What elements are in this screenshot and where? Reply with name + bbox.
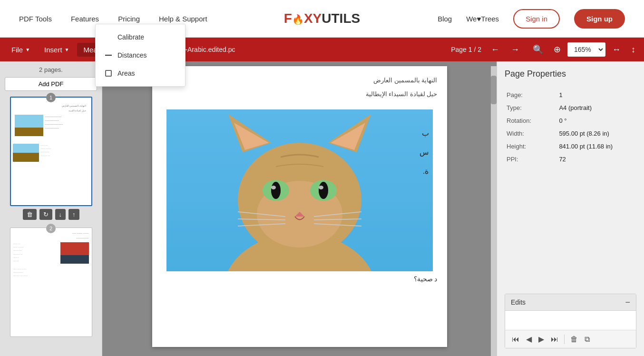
move-down-button[interactable]: ↓ — [55, 209, 66, 220]
prop-value-page: 1 — [557, 89, 636, 101]
edits-header: Edits − — [505, 294, 636, 311]
sign-in-button[interactable]: Sign in — [513, 9, 560, 29]
measure-calibrate-item[interactable]: Calibrate — [96, 28, 185, 46]
page-properties-title: Page Properties — [505, 69, 636, 79]
nav-blog[interactable]: Blog — [438, 15, 452, 23]
insert-dropdown-icon: ▼ — [65, 47, 69, 52]
thumb-2-left-text: ~~~~ ~~~~~~ ~~~~~~~~~~~~~~~~~~~ ~~~~~~ ~… — [13, 242, 57, 266]
svg-point-10 — [319, 182, 328, 199]
prop-value-height: 841.00 pt (11.68 in) — [557, 140, 636, 153]
thumb-1-side-text: ~~~~ ~~~~~~ ~~~~~~~~~~~~~~~~~~~ ~~ — [41, 144, 89, 162]
page-info: Page 1 / 2 — [451, 46, 481, 53]
prop-row-ppi: PPI: 72 — [505, 153, 636, 166]
prop-label-page: Page: — [505, 89, 557, 101]
page-1-badge: 1 — [46, 93, 56, 102]
prop-label-height: Height: — [505, 140, 557, 153]
rotate-page-button[interactable]: ↻ — [39, 209, 52, 220]
fit-width-button[interactable]: ↔ — [608, 43, 624, 57]
edits-collapse-button[interactable]: − — [625, 298, 630, 307]
prop-label-rotation: Rotation: — [505, 114, 557, 127]
svg-point-9 — [271, 182, 281, 199]
file-menu-button[interactable]: File ▼ — [5, 43, 37, 57]
page-1-thumb-actions: 🗑 ↻ ↓ ↑ — [5, 209, 97, 220]
cat-photo-area: ب س ة. — [166, 109, 433, 271]
insert-menu-button[interactable]: Insert ▼ — [38, 43, 76, 57]
prop-label-type: Type: — [505, 101, 557, 114]
document-viewing-area: النهاية بالمسمين العارض حيل لقيادة السيد… — [102, 61, 497, 356]
toolbar-right-controls: 🔍 ⊕ 165% ↔ ↕ — [529, 42, 639, 57]
edits-section: Edits − ⏮ ◀ ▶ ⏭ 🗑 ⧉ — [505, 294, 636, 348]
nav-pricing[interactable]: Pricing — [118, 15, 140, 23]
measure-distances-item[interactable]: Distances — [96, 46, 185, 64]
doc-top-section: النهاية بالمسمين العارض حيل لقيادة السيد… — [152, 66, 447, 109]
prop-row-page: Page: 1 — [505, 89, 636, 101]
search-button[interactable]: 🔍 — [529, 42, 547, 57]
pages-count: 2 pages. — [5, 66, 97, 73]
prop-value-rotation: 0 ° — [557, 114, 636, 127]
nav-help-support[interactable]: Help & Support — [159, 15, 207, 23]
document-page: النهاية بالمسمين العارض حيل لقيادة السيد… — [152, 66, 447, 347]
page-navigation: Page 1 / 2 ← → — [451, 43, 523, 57]
fit-width-icon: ↔ — [612, 45, 621, 54]
nav-links-left: PDF Tools Features Pricing Help & Suppor… — [19, 15, 438, 23]
page-2-badge: 2 — [46, 224, 56, 233]
zoom-in-icon: ⊕ — [554, 45, 561, 54]
prop-row-rotation: Rotation: 0 ° — [505, 114, 636, 127]
svg-point-11 — [271, 186, 276, 189]
edits-delete-button[interactable]: 🗑 — [567, 334, 581, 345]
page-properties-table: Page: 1 Type: A4 (portrait) Rotation: 0 … — [505, 89, 636, 166]
logo[interactable]: F🔥XYUTILS — [284, 11, 360, 26]
page-2-thumb-container: 2 ~~~ ~~~~ ~~~~~~~~~~~~~ ~~~~ ~~~~~~ ~~~… — [5, 227, 97, 337]
edits-toolbar: ⏮ ◀ ▶ ⏭ 🗑 ⧉ — [505, 330, 636, 348]
zoom-select[interactable]: 165% — [567, 42, 605, 57]
thumb-1-text: ‫النهاية بالمسمين العارض‬‫حيل لقيادة الس… — [15, 101, 88, 115]
scrollbar-thumb — [491, 76, 497, 104]
page-prev-button[interactable]: ← — [487, 43, 503, 57]
delete-page-button[interactable]: 🗑 — [23, 209, 37, 220]
prop-value-width: 595.00 pt (8.26 in) — [557, 127, 636, 140]
areas-icon — [104, 69, 113, 78]
doc-scroll-container[interactable]: النهاية بالمسمين العارض حيل لقيادة السيد… — [102, 66, 497, 356]
cat-illustration — [181, 109, 419, 271]
pages-sidebar: 2 pages. Add PDF 1 ‫النهاية بالمسمين الع… — [0, 61, 102, 356]
page-1-thumbnail[interactable]: ‫النهاية بالمسمين العارض‬‫حيل لقيادة الس… — [10, 97, 92, 206]
nav-pdf-tools[interactable]: PDF Tools — [19, 15, 52, 23]
search-icon: 🔍 — [533, 45, 543, 54]
zoom-in-button[interactable]: ⊕ — [550, 42, 565, 57]
props-spacer — [505, 169, 636, 290]
nav-features[interactable]: Features — [71, 15, 99, 23]
sign-up-button[interactable]: Sign up — [574, 9, 625, 29]
measure-areas-item[interactable]: Areas — [96, 64, 185, 82]
measure-dropdown-menu: Calibrate Distances Areas — [95, 24, 185, 87]
calibrate-icon — [104, 33, 113, 41]
nav-links-right: Blog We♥Trees Sign in Sign up — [438, 9, 625, 29]
file-dropdown-icon: ▼ — [25, 47, 30, 52]
edits-label: Edits — [511, 298, 526, 306]
page-properties-panel: Page Properties Page: 1 Type: A4 (portra… — [497, 61, 644, 356]
page-next-button[interactable]: → — [507, 43, 523, 57]
fit-height-button[interactable]: ↕ — [627, 43, 639, 57]
page-2-thumbnail[interactable]: ~~~ ~~~~ ~~~~~~~~~~~~~ ~~~~ ~~~~~~ ~~~~~… — [10, 227, 92, 337]
logo-flame-icon: 🔥 — [292, 14, 304, 25]
main-layout: 2 pages. Add PDF 1 ‫النهاية بالمسمين الع… — [0, 61, 644, 356]
doc-arabic-top: النهاية بالمسمين العارض حيل لقيادة السيد… — [162, 74, 438, 101]
doc-arabic-bottom: د صحية؟ — [152, 271, 447, 287]
doc-arabic-overlay: ب س ة. — [420, 124, 429, 181]
svg-point-12 — [319, 186, 323, 189]
prop-row-width: Width: 595.00 pt (8.26 in) — [505, 127, 636, 140]
edits-toolbar-separator — [564, 335, 565, 344]
prop-value-ppi: 72 — [557, 153, 636, 166]
vertical-scrollbar[interactable] — [491, 66, 497, 356]
move-up-button[interactable]: ↑ — [68, 209, 79, 220]
thumb-1-cat-block — [13, 144, 39, 162]
nav-we-trees[interactable]: We♥Trees — [466, 15, 499, 23]
prop-row-height: Height: 841.00 pt (11.68 in) — [505, 140, 636, 153]
fit-height-icon: ↕ — [631, 45, 635, 54]
thumb-2-bottom-text: ~~~ ~~~~ ~~~~~~~~~~~~~~~~~~ ~~~ ~~~~ — [13, 267, 89, 278]
edits-next-button[interactable]: ▶ — [536, 333, 547, 345]
add-pdf-button[interactable]: Add PDF — [5, 77, 97, 91]
edits-copy-button[interactable]: ⧉ — [582, 334, 593, 345]
edits-first-button[interactable]: ⏮ — [509, 334, 522, 345]
edits-last-button[interactable]: ⏭ — [548, 334, 561, 345]
edits-prev-button[interactable]: ◀ — [523, 333, 535, 345]
